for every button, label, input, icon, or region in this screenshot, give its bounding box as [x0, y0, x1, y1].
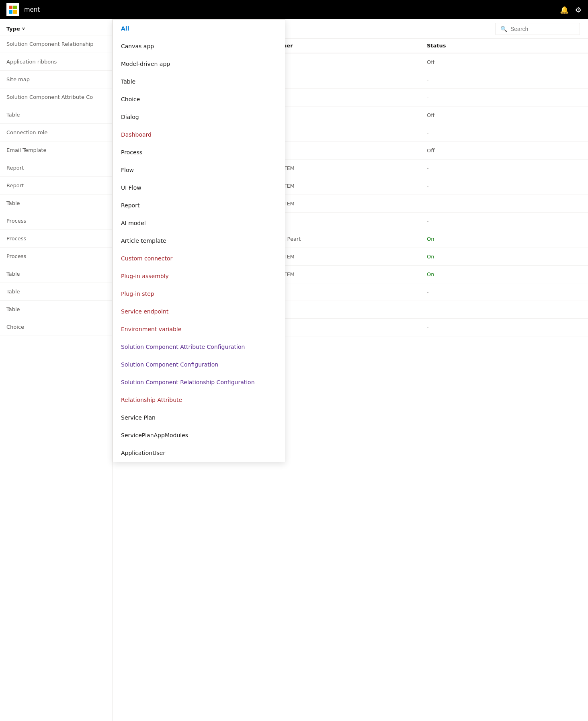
list-item[interactable]: Solution Component Relationship — [0, 35, 112, 53]
search-input[interactable] — [510, 26, 575, 32]
svg-rect-3 — [13, 10, 17, 14]
dropdown-item-table[interactable]: Table — [113, 73, 285, 90]
bell-icon[interactable]: 🔔 — [560, 6, 569, 14]
svg-rect-2 — [9, 10, 12, 14]
list-item[interactable]: Report — [0, 177, 112, 195]
cell-status: - — [427, 165, 580, 171]
list-item[interactable]: Table — [0, 301, 112, 318]
cell-status: On — [427, 236, 580, 242]
cell-owner: - — [274, 289, 427, 295]
svg-rect-0 — [9, 6, 12, 9]
dropdown-item-process[interactable]: Process — [113, 143, 285, 161]
cell-owner: - — [274, 59, 427, 65]
list-item[interactable]: Report — [0, 159, 112, 177]
dropdown-item-custom-connector[interactable]: Custom connector — [113, 250, 285, 267]
type-filter-button[interactable]: Type ∨ — [6, 26, 25, 32]
app-logo — [6, 3, 19, 16]
list-item[interactable]: Choice — [0, 318, 112, 336]
dropdown-item-serviceplan-appmodules[interactable]: ServicePlanAppModules — [113, 426, 285, 444]
svg-rect-1 — [13, 6, 17, 9]
dropdown-item-application-user[interactable]: ApplicationUser — [113, 444, 285, 462]
search-icon: 🔍 — [500, 26, 507, 32]
cell-owner: - — [274, 130, 427, 136]
list-item[interactable]: Application ribbons — [0, 53, 112, 71]
type-filter-header[interactable]: Type ∨ — [0, 19, 112, 35]
list-item[interactable]: Table — [0, 195, 112, 212]
top-navigation-bar: ment 🔔 ⚙ — [0, 0, 588, 19]
list-item[interactable]: Site map — [0, 71, 112, 88]
list-item[interactable]: Table — [0, 265, 112, 283]
dropdown-item-relationship-attribute[interactable]: Relationship Attribute — [113, 391, 285, 409]
list-item[interactable]: Process — [0, 248, 112, 265]
column-owner: Owner — [274, 43, 427, 49]
dropdown-item-plugin-assembly[interactable]: Plug-in assembly — [113, 267, 285, 285]
cell-owner: SYSTEM — [274, 165, 427, 171]
cell-owner: - — [274, 147, 427, 154]
list-item[interactable]: Solution Component Attribute Co — [0, 88, 112, 106]
list-item[interactable]: Process — [0, 230, 112, 248]
cell-owner: Matt Peart — [274, 236, 427, 242]
dropdown-item-environment-variable[interactable]: Environment variable — [113, 320, 285, 338]
dropdown-item-article-template[interactable]: Article template — [113, 232, 285, 250]
cell-status: - — [427, 201, 580, 207]
main-layout: Type ∨ Solution Component Relationship A… — [0, 19, 588, 721]
cell-owner: SYSTEM — [274, 183, 427, 189]
dropdown-item-model-driven-app[interactable]: Model-driven app — [113, 55, 285, 73]
app-title: ment — [24, 6, 40, 13]
cell-status: - — [427, 94, 580, 100]
dropdown-item-solution-component-relationship-config[interactable]: Solution Component Relationship Configur… — [113, 373, 285, 391]
cell-status: - — [427, 218, 580, 224]
cell-status: - — [427, 324, 580, 330]
cell-owner: - — [274, 112, 427, 118]
cell-status: - — [427, 77, 580, 83]
dropdown-item-choice[interactable]: Choice — [113, 90, 285, 108]
cell-status: - — [427, 130, 580, 136]
cell-status: Off — [427, 147, 580, 154]
cell-status: Off — [427, 112, 580, 118]
cell-owner: SYSTEM — [274, 254, 427, 260]
type-dropdown: All Canvas app Model-driven app Table Ch… — [113, 19, 285, 462]
list-item[interactable]: Email Template — [0, 141, 112, 159]
cell-status: Off — [427, 59, 580, 65]
dropdown-item-dialog[interactable]: Dialog — [113, 108, 285, 126]
top-bar-right: 🔔 ⚙ — [560, 6, 582, 14]
cell-owner: - — [274, 77, 427, 83]
left-panel: Type ∨ Solution Component Relationship A… — [0, 19, 113, 721]
settings-icon[interactable]: ⚙ — [575, 6, 582, 14]
dropdown-item-service-endpoint[interactable]: Service endpoint — [113, 303, 285, 320]
dropdown-item-report[interactable]: Report — [113, 197, 285, 214]
cell-status: On — [427, 254, 580, 260]
cell-owner: SYSTEM — [274, 201, 427, 207]
dropdown-item-all[interactable]: All — [113, 20, 285, 37]
list-item[interactable]: Connection role — [0, 124, 112, 141]
list-item[interactable]: Process — [0, 212, 112, 230]
cell-status: - — [427, 183, 580, 189]
cell-owner: - — [274, 218, 427, 224]
cell-status: - — [427, 307, 580, 313]
list-item[interactable]: Table — [0, 106, 112, 124]
dropdown-item-flow[interactable]: Flow — [113, 161, 285, 179]
chevron-down-icon: ∨ — [22, 26, 25, 31]
cell-status: - — [427, 289, 580, 295]
list-item[interactable]: Table — [0, 283, 112, 301]
dropdown-item-dashboard[interactable]: Dashboard — [113, 126, 285, 143]
column-status: Status — [427, 43, 580, 49]
dropdown-item-plugin-step[interactable]: Plug-in step — [113, 285, 285, 303]
cell-owner: SYSTEM — [274, 271, 427, 277]
left-panel-rows: Solution Component Relationship Applicat… — [0, 35, 112, 336]
cell-owner: - — [274, 324, 427, 330]
top-bar-left: ment — [6, 3, 40, 16]
cell-status: On — [427, 271, 580, 277]
type-filter-label: Type — [6, 26, 20, 32]
dropdown-item-ui-flow[interactable]: UI Flow — [113, 179, 285, 197]
dropdown-item-service-plan[interactable]: Service Plan — [113, 409, 285, 426]
cell-owner: - — [274, 307, 427, 313]
dropdown-item-canvas-app[interactable]: Canvas app — [113, 37, 285, 55]
dropdown-item-ai-model[interactable]: AI model — [113, 214, 285, 232]
cell-owner: - — [274, 94, 427, 100]
dropdown-item-solution-component-config[interactable]: Solution Component Configuration — [113, 356, 285, 373]
dropdown-item-solution-component-attribute-config[interactable]: Solution Component Attribute Configurati… — [113, 338, 285, 356]
search-bar: 🔍 — [495, 23, 580, 35]
